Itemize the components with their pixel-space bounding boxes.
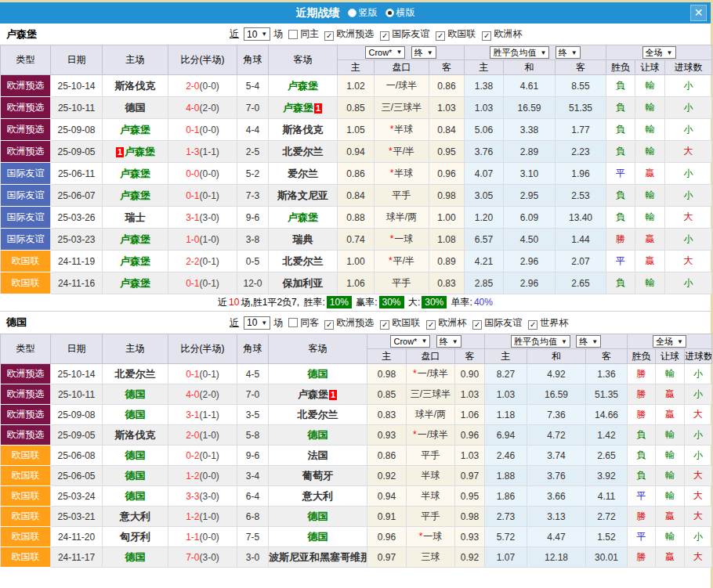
handicap-text: 三/三球半 [411,388,451,399]
bookmaker-select[interactable]: Crow*▼ [365,46,405,59]
handicap-odds-away: 1.03 [455,384,485,405]
corner-score: 2-5 [237,141,269,163]
avg-stage-select[interactable]: 终▼ [576,335,601,348]
handicap-odds-home: 1.06 [338,272,375,294]
score-cell: 1-3(1-1) [168,141,237,163]
scope-select[interactable]: 全场▼ [653,335,686,348]
scope-select[interactable]: 全场▼ [642,46,676,59]
handicap-text: 三/三球半 [382,102,422,113]
league-filter-list: ✓欧洲预选✓国际友谊✓欧国联✓欧洲杯 [319,27,523,41]
league-label: 国际友谊 [484,317,522,328]
handicap-line: 半球 [407,486,455,507]
avg-odds-draw: 4.50 [504,229,556,251]
avg-odds-draw: 4.72 [527,425,586,446]
half-score: (0-1) [200,278,219,289]
result-handicap: 輸 [656,364,685,384]
handicap-odds-home: 0.96 [367,527,407,547]
league-checkbox[interactable]: ✓ [380,31,389,41]
away-team: 瑞典 [269,229,338,251]
team-text: 卢森堡 [120,189,150,201]
odds-stage-select[interactable]: 终▼ [411,46,436,59]
match-row: 欧国联25-03-24德国3-3(3-0)6-4意大利0.94半球0.951.8… [1,486,712,507]
avg-stage-select[interactable]: 终▼ [556,46,581,59]
avg-odds-home: 2.73 [485,507,527,527]
close-button[interactable]: ✕ [690,5,707,21]
league-checkbox[interactable]: ✓ [324,31,334,41]
avg-odds-away: 51.35 [586,384,628,405]
result-goals: 小 [685,384,712,405]
score-cell: 4-0(2-0) [168,97,237,119]
half-score: (0-0) [200,124,219,135]
single-rate-label: 单率: [451,297,472,308]
half-score: (3-0) [200,491,219,502]
col-header-result-handicap: 让球 [635,60,665,75]
handicap-line: 平手 [375,185,429,207]
home-team: 德国 [103,486,168,507]
match-type-badge: 欧洲预选 [1,75,51,97]
vertical-layout-label[interactable]: 竖版 [359,6,378,20]
avg-odds-home: 1.03 [465,97,504,119]
chevron-down-icon: ▼ [561,338,567,345]
corner-score: 3-4 [237,466,269,486]
avg-odds-home: 1.03 [485,384,527,405]
avg-odds-away: 51.35 [556,97,606,119]
result-handicap: 輸 [656,486,685,507]
league-checkbox[interactable]: ✓ [436,31,445,41]
col-header-type: 类型 [1,45,51,75]
league-label: 欧洲杯 [494,28,522,39]
horizontal-layout-label[interactable]: 横版 [396,6,415,20]
team-text: 卢森堡 [120,255,150,267]
league-checkbox[interactable]: ✓ [380,320,389,330]
half-score: (0-0) [200,471,219,482]
avg-odds-away: 13.40 [556,207,606,229]
score-cell: 0-1(0-0) [168,119,237,141]
match-row: 欧洲预选25-10-11德国4-0(2-0)7-0卢森堡10.85三/三球半1.… [1,384,712,405]
chevron-down-icon: ▼ [261,31,267,38]
corner-score: 5-4 [237,75,269,97]
vertical-layout-radio[interactable] [348,9,356,17]
league-checkbox[interactable]: ✓ [472,320,482,330]
result-wdl: 勝 [628,507,656,527]
half-score: (0-0) [200,168,219,179]
odds-stage-select[interactable]: 终▼ [436,335,461,348]
games-count-select[interactable]: 10▼ [244,316,270,330]
games-count-select[interactable]: 10▼ [244,27,270,41]
result-wdl: 負 [606,75,635,97]
result-goals: 大 [685,507,712,527]
result-handicap: 輸 [635,272,665,294]
home-team: 瑞士 [103,207,168,229]
col-header-home: 主场 [103,45,168,75]
avg-odds-draw: 2.96 [504,251,556,272]
horizontal-layout-radio[interactable] [385,9,394,17]
league-checkbox[interactable]: ✓ [482,31,491,41]
league-checkbox[interactable]: ✓ [426,320,436,330]
col-header-odds-home: 主 [338,60,375,75]
full-score: 0-1 [186,124,199,135]
half-score: (0-0) [200,532,219,543]
handicap-odds-away: 0.83 [429,272,465,294]
league-checkbox[interactable]: ✓ [324,320,334,330]
corner-score: 0-5 [237,251,269,272]
match-type-badge: 欧洲预选 [1,384,51,405]
avg-odds-home: 2.85 [465,272,504,294]
avg-odds-select[interactable]: 胜平负均值▼ [490,46,549,59]
col-header-date: 日期 [51,45,103,75]
avg-odds-away: 1.44 [556,229,606,251]
avg-odds-draw: 3.76 [527,466,586,486]
bookmaker-select[interactable]: Crow*▼ [390,335,430,348]
avg-odds-select[interactable]: 胜平负均值▼ [511,335,570,348]
match-row: 国际友谊25-06-11卢森堡0-0(0-0)5-2爱尔兰0.86*半球0.96… [1,163,712,185]
same-home-checkbox[interactable] [288,30,298,39]
same-away-checkbox[interactable] [288,318,298,327]
result-group-header: 全场▼ [606,45,712,60]
match-date: 24-11-20 [51,527,103,547]
avg-odds-away: 2.72 [586,507,628,527]
result-wdl: 負 [606,207,635,229]
home-team: 意大利 [103,507,168,527]
league-checkbox[interactable]: ✓ [528,320,537,330]
result-handicap: 贏 [656,384,685,405]
match-date: 25-10-14 [51,75,103,97]
col-header-type: 类型 [1,334,51,364]
star-icon: * [413,368,417,379]
result-goals: 大 [685,547,712,568]
